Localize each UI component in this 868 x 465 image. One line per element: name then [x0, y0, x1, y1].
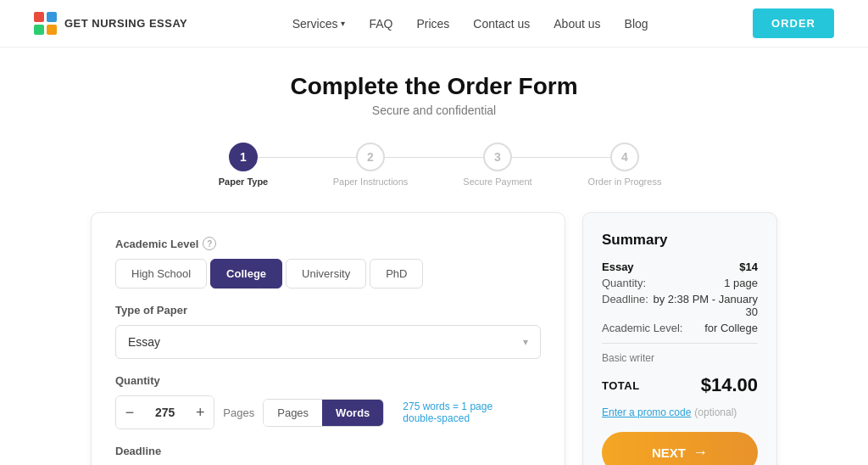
step-label-3: Secure Payment: [463, 176, 531, 187]
academic-level-group: High School College University PhD: [115, 259, 541, 289]
qty-note-line1: 275 words = 1 page: [403, 401, 492, 412]
header: GET NURSING ESSAY Services ▾ FAQ Prices …: [0, 0, 868, 48]
summary-deadline-label: Deadline:: [602, 293, 648, 318]
step-circle-3: 3: [483, 143, 512, 171]
level-university[interactable]: University: [286, 259, 366, 289]
qty-note-line2: double-spaced: [403, 412, 492, 424]
academic-level-label: Academic Level ?: [115, 237, 541, 250]
next-arrow-icon: →: [693, 444, 708, 462]
quantity-control: − 275 +: [115, 395, 214, 429]
paper-type-select[interactable]: Essay ▾: [115, 325, 541, 359]
quantity-label: Quantity: [115, 374, 541, 387]
quantity-row: − 275 + Pages Pages Words 275 words = 1 …: [115, 395, 541, 429]
summary-level-value: for College: [704, 322, 758, 334]
main-nav: Services ▾ FAQ Prices Contact us About u…: [292, 17, 648, 31]
total-row: TOTAL $14.00: [602, 374, 758, 396]
total-value: $14.00: [701, 374, 758, 396]
logo-sq-blue: [47, 12, 57, 22]
summary-divider: [602, 343, 758, 344]
logo-sq-yellow: [47, 25, 57, 35]
summary-title: Summary: [602, 232, 758, 249]
step-label-4: Order in Progress: [588, 176, 662, 187]
form-card: Academic Level ? High School College Uni…: [91, 212, 565, 465]
order-button[interactable]: ORDER: [753, 8, 834, 38]
logo-icon: [34, 12, 58, 36]
nav-blog[interactable]: Blog: [625, 17, 648, 31]
qty-notes: 275 words = 1 page double-spaced: [399, 401, 492, 424]
paper-type-value: Essay: [128, 335, 160, 349]
words-toggle-button[interactable]: Words: [322, 400, 383, 426]
summary-qty-label: Quantity:: [602, 277, 646, 289]
level-phd[interactable]: PhD: [370, 259, 423, 289]
paper-type-label: Type of Paper: [115, 304, 541, 317]
summary-deadline-value: by 2:38 PM - January 30: [648, 293, 758, 318]
summary-card: Summary Essay $14 Quantity: 1 page Deadl…: [582, 212, 777, 465]
main-content: Academic Level ? High School College Uni…: [0, 195, 868, 465]
summary-level-label: Academic Level:: [602, 322, 682, 334]
promo-code-link[interactable]: Enter a promo code: [602, 406, 691, 418]
level-high-school[interactable]: High School: [115, 259, 207, 289]
academic-level-field: Academic Level ? High School College Uni…: [115, 237, 541, 289]
summary-level-row: Academic Level: for College: [602, 322, 758, 334]
nav-prices[interactable]: Prices: [416, 17, 449, 31]
step-circle-4: 4: [610, 143, 639, 171]
step-4: 4 Order in Progress: [561, 143, 688, 187]
services-chevron-icon: ▾: [341, 19, 345, 28]
deadline-label: Deadline: [115, 445, 541, 457]
hero-section: Complete the Order Form Secure and confi…: [0, 48, 868, 126]
step-3: 3 Secure Payment: [434, 143, 561, 187]
logo-sq-green: [34, 25, 44, 35]
paper-type-field: Type of Paper Essay ▾: [115, 304, 541, 359]
quantity-field: Quantity − 275 + Pages Pages Words 275 w…: [115, 374, 541, 429]
page-title: Complete the Order Form: [17, 73, 851, 100]
summary-quantity-row: Quantity: 1 page: [602, 277, 758, 289]
next-button-label: NEXT: [652, 445, 686, 460]
step-label-2: Paper Instructions: [333, 176, 409, 187]
writer-note: Basic writer: [602, 352, 758, 364]
quantity-value: 275: [143, 406, 186, 419]
academic-level-help-icon[interactable]: ?: [203, 237, 216, 250]
nav-contact[interactable]: Contact us: [473, 17, 530, 31]
logo-text: GET NURSING ESSAY: [64, 17, 187, 30]
summary-essay-label: Essay: [602, 261, 634, 273]
step-label-1: Paper Type: [219, 176, 269, 187]
next-button[interactable]: NEXT →: [602, 432, 758, 465]
quantity-decrease-button[interactable]: −: [116, 396, 143, 429]
logo-sq-red: [34, 12, 44, 22]
quantity-increase-button[interactable]: +: [186, 396, 214, 429]
paper-type-chevron-icon: ▾: [523, 336, 528, 348]
step-circle-2: 2: [356, 143, 385, 171]
nav-services[interactable]: Services ▾: [292, 17, 346, 31]
step-2: 2 Paper Instructions: [307, 143, 434, 187]
logo: GET NURSING ESSAY: [34, 12, 187, 36]
deadline-field: Deadline: [115, 445, 541, 465]
summary-qty-value: 1 page: [724, 277, 758, 289]
level-college[interactable]: College: [210, 259, 282, 289]
pages-label: Pages: [223, 406, 254, 419]
pages-toggle-button[interactable]: Pages: [264, 400, 322, 426]
step-circle-1: 1: [229, 143, 258, 171]
nav-faq[interactable]: FAQ: [369, 17, 392, 31]
step-1: 1 Paper Type: [180, 143, 307, 187]
promo-optional-label: (optional): [694, 406, 737, 418]
promo-row: Enter a promo code (optional): [602, 405, 758, 418]
total-label: TOTAL: [602, 379, 640, 392]
hero-subtitle: Secure and confidential: [17, 104, 851, 117]
summary-essay-price: $14: [739, 261, 758, 273]
summary-essay-row: Essay $14: [602, 261, 758, 273]
unit-toggle: Pages Words: [263, 399, 384, 427]
stepper: 1 Paper Type 2 Paper Instructions 3 Secu…: [180, 143, 688, 187]
nav-about[interactable]: About us: [554, 17, 600, 31]
summary-deadline-row: Deadline: by 2:38 PM - January 30: [602, 293, 758, 318]
